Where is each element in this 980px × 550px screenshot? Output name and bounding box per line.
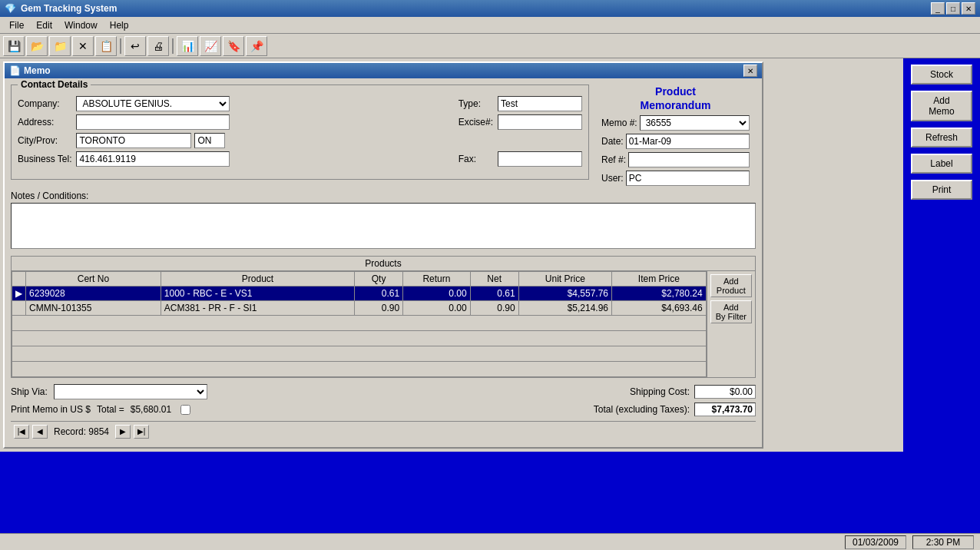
memo-icon: 📄 [9,65,21,76]
nav-next-btn[interactable]: ▶ [115,425,131,439]
memo-close-btn[interactable]: ✕ [743,65,757,77]
memo-window: 📄 Memo ✕ Contact Details Company: [3,61,763,449]
memo-user-input[interactable] [626,171,750,186]
fax-input[interactable] [498,151,582,167]
toolbar-save[interactable]: 💾 [3,36,25,56]
nav-last-btn[interactable]: ▶| [134,425,149,439]
menu-edit[interactable]: Edit [30,18,58,32]
menu-help[interactable]: Help [104,18,135,32]
col-net-hdr: Net [470,272,518,287]
row-cert-no: 6239028 [26,287,161,301]
shipping-totals-section: Ship Via: Shipping Cost: $0.00 Print Mem… [11,384,756,416]
notes-textarea[interactable] [11,203,756,249]
products-section: Products Cert No Product Qty [11,256,756,378]
total-value: $5,680.01 [131,404,171,415]
title-bar: 💎 Gem Tracking System _ □ ✕ [0,0,980,17]
status-date: 01/03/2009 [845,535,906,549]
nav-bar: |◀ ◀ Record: 9854 ▶ ▶| [11,421,756,441]
row-item-price-2: $4,693.46 [612,301,707,316]
type-input[interactable] [498,96,582,111]
menu-bar: File Edit Window Help [0,17,980,34]
toolbar-sep2 [172,38,174,54]
excise-label: Excise#: [459,117,493,128]
memo-user-label: User: [601,173,624,184]
row-qty: 0.61 [355,287,403,301]
close-btn[interactable]: ✕ [962,2,975,15]
table-row-empty [12,346,707,362]
row-unit-price-2: $5,214.96 [518,301,611,316]
memo-num-select[interactable]: 36555 [640,115,750,131]
city-input[interactable] [76,133,191,148]
ship-via-label: Ship Via: [11,386,48,397]
toolbar-graph[interactable]: 📈 [200,36,221,56]
print-btn[interactable]: Print [911,180,972,200]
products-table: Cert No Product Qty Return Net Unit Pric… [12,271,707,377]
table-row[interactable]: ▶ 6239028 1000 - RBC - E - VS1 0.61 0.00… [12,287,707,301]
table-row[interactable]: CMMN-101355 ACM381 - PR - F - SI1 0.90 0… [12,301,707,316]
product-memo-panel: Product Memorandum Memo #: 36555 Date: [595,84,756,186]
memo-ref-input[interactable] [628,152,750,167]
nav-prev-btn[interactable]: ◀ [32,425,48,439]
menu-window[interactable]: Window [58,18,104,32]
nav-record: Record: 9854 [51,426,112,437]
products-buttons: AddProduct AddBy Filter [707,271,755,377]
stock-btn[interactable]: Stock [911,65,972,84]
col-cert-no [12,272,26,287]
address-label: Address: [18,117,71,128]
company-select[interactable]: ABSOLUTE GENIUS. [76,96,230,111]
toolbar-folder[interactable]: 📁 [49,36,71,56]
memo-title-bar: 📄 Memo ✕ [5,63,762,78]
col-qty-hdr: Qty [355,272,403,287]
side-panel: Stock Add Memo Refresh Label Print [903,58,980,452]
app-icon: 💎 [5,3,16,14]
memo-date-label: Date: [601,136,624,147]
fax-label: Fax: [459,154,493,164]
type-label: Type: [459,98,493,109]
add-memo-btn[interactable]: Add Memo [911,91,972,121]
toolbar-bookmark[interactable]: 🔖 [223,36,244,56]
toolbar-delete[interactable]: ✕ [72,36,94,56]
status-bar: 01/03/2009 2:30 PM [0,533,980,550]
memo-date-input[interactable] [626,134,750,149]
col-unit-price-hdr: Unit Price [518,272,611,287]
toolbar-open[interactable]: 📂 [26,36,48,56]
toolbar-chart[interactable]: 📊 [177,36,198,56]
col-product-hdr: Product [161,272,354,287]
row-item-price: $2,780.24 [612,287,707,301]
maximize-btn[interactable]: □ [946,2,960,15]
shipping-cost-label: Shipping Cost: [630,386,690,397]
toolbar-back[interactable]: ↩ [124,36,146,56]
memo-num-label: Memo #: [601,118,637,128]
main-content: 📄 Memo ✕ Contact Details Company: [0,58,980,452]
print-memo-label: Print Memo in US $ [11,404,91,415]
memo-title: Memo [24,65,51,76]
ship-via-select[interactable] [54,384,207,399]
shipping-cost-value: $0.00 [694,385,756,399]
toolbar-copy[interactable]: 📋 [95,36,117,56]
minimize-btn[interactable]: _ [931,2,945,15]
print-memo-checkbox[interactable] [180,405,190,415]
col-cert-no-hdr: Cert No [26,272,161,287]
refresh-btn[interactable]: Refresh [911,128,972,147]
col-item-price-hdr: Item Price [612,272,707,287]
notes-section: Notes / Conditions: [11,191,756,251]
nav-first-btn[interactable]: |◀ [14,425,29,439]
excise-input[interactable] [498,114,582,130]
business-tel-input[interactable] [76,151,230,167]
row-qty-2: 0.90 [355,301,403,316]
row-cert-no-2: CMMN-101355 [26,301,161,316]
notes-label: Notes / Conditions: [11,191,756,201]
toolbar-pin[interactable]: 📌 [246,36,267,56]
contact-details-title: Contact Details [18,79,91,90]
products-title: Products [12,257,755,271]
add-by-filter-btn[interactable]: AddBy Filter [710,300,752,323]
add-product-btn[interactable]: AddProduct [710,274,752,297]
col-return-hdr: Return [403,272,471,287]
menu-file[interactable]: File [3,18,30,32]
total-excl-label: Total (excluding Taxes): [594,404,690,415]
table-row-empty [12,362,707,377]
address-input[interactable] [76,114,230,130]
prov-input[interactable] [194,133,225,148]
label-btn[interactable]: Label [911,154,972,174]
toolbar-print[interactable]: 🖨 [147,36,169,56]
